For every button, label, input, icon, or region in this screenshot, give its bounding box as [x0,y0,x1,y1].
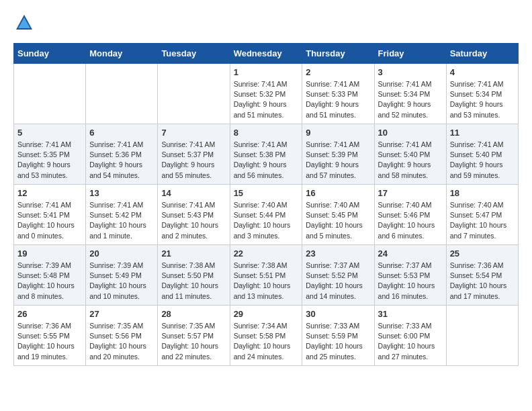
calendar-cell: 16Sunrise: 7:40 AMSunset: 5:45 PMDayligh… [302,185,374,245]
calendar-cell: 5Sunrise: 7:41 AMSunset: 5:35 PMDaylight… [14,124,86,185]
cell-text: Sunrise: 7:34 AMSunset: 5:58 PMDaylight:… [234,322,291,361]
logo-text [13,13,34,32]
weekday-header: Friday [374,44,446,64]
cell-text: Sunrise: 7:36 AMSunset: 5:55 PMDaylight:… [17,322,75,361]
cell-text: Sunrise: 7:38 AMSunset: 5:50 PMDaylight:… [161,261,218,300]
calendar-week-row: 5Sunrise: 7:41 AMSunset: 5:35 PMDaylight… [14,124,519,185]
calendar-cell: 4Sunrise: 7:41 AMSunset: 5:34 PMDaylight… [446,64,518,124]
weekday-header: Wednesday [230,44,302,64]
calendar-cell [14,64,86,124]
day-number: 27 [89,309,154,319]
cell-text: Sunrise: 7:40 AMSunset: 5:44 PMDaylight:… [234,201,291,240]
calendar-cell: 25Sunrise: 7:36 AMSunset: 5:54 PMDayligh… [446,245,518,306]
cell-text: Sunrise: 7:33 AMSunset: 6:00 PMDaylight:… [378,322,435,361]
calendar-cell: 24Sunrise: 7:37 AMSunset: 5:53 PMDayligh… [374,245,446,306]
calendar-cell: 2Sunrise: 7:41 AMSunset: 5:33 PMDaylight… [302,64,374,124]
logo [13,13,34,32]
day-number: 16 [306,188,370,198]
weekday-header: Tuesday [158,44,230,64]
day-number: 1 [234,67,299,77]
day-number: 22 [234,248,299,259]
calendar-cell: 12Sunrise: 7:41 AMSunset: 5:41 PMDayligh… [14,185,86,245]
cell-text: Sunrise: 7:33 AMSunset: 5:59 PMDaylight:… [306,322,363,361]
cell-text: Sunrise: 7:41 AMSunset: 5:34 PMDaylight:… [450,80,504,119]
cell-text: Sunrise: 7:41 AMSunset: 5:35 PMDaylight:… [17,140,71,179]
day-number: 9 [306,128,370,138]
cell-text: Sunrise: 7:41 AMSunset: 5:32 PMDaylight:… [234,80,287,119]
day-number: 29 [234,309,299,319]
cell-text: Sunrise: 7:40 AMSunset: 5:46 PMDaylight:… [378,201,435,240]
calendar-cell: 8Sunrise: 7:41 AMSunset: 5:38 PMDaylight… [230,124,302,185]
weekday-header: Monday [86,44,158,64]
day-number: 19 [17,248,82,259]
day-number: 7 [161,128,226,138]
cell-text: Sunrise: 7:41 AMSunset: 5:40 PMDaylight:… [378,140,432,179]
cell-text: Sunrise: 7:41 AMSunset: 5:42 PMDaylight:… [89,201,146,240]
calendar-cell: 9Sunrise: 7:41 AMSunset: 5:39 PMDaylight… [302,124,374,185]
day-number: 8 [234,128,299,138]
cell-text: Sunrise: 7:41 AMSunset: 5:41 PMDaylight:… [17,201,75,240]
day-number: 25 [450,248,515,259]
day-number: 28 [161,309,226,319]
day-number: 4 [450,67,515,77]
weekday-header: Thursday [302,44,374,64]
calendar-cell: 22Sunrise: 7:38 AMSunset: 5:51 PMDayligh… [230,245,302,306]
calendar-cell: 21Sunrise: 7:38 AMSunset: 5:50 PMDayligh… [158,245,230,306]
cell-text: Sunrise: 7:41 AMSunset: 5:33 PMDaylight:… [306,80,359,119]
calendar-week-row: 1Sunrise: 7:41 AMSunset: 5:32 PMDaylight… [14,64,519,124]
calendar-cell [158,64,230,124]
calendar-cell: 7Sunrise: 7:41 AMSunset: 5:37 PMDaylight… [158,124,230,185]
calendar-cell: 1Sunrise: 7:41 AMSunset: 5:32 PMDaylight… [230,64,302,124]
calendar-cell: 26Sunrise: 7:36 AMSunset: 5:55 PMDayligh… [14,306,86,366]
calendar-cell: 19Sunrise: 7:39 AMSunset: 5:48 PMDayligh… [14,245,86,306]
calendar-cell [86,64,158,124]
cell-text: Sunrise: 7:35 AMSunset: 5:57 PMDaylight:… [161,322,218,361]
day-number: 5 [17,128,82,138]
day-number: 15 [234,188,299,198]
day-number: 14 [161,188,226,198]
day-number: 26 [17,309,82,319]
cell-text: Sunrise: 7:39 AMSunset: 5:49 PMDaylight:… [89,261,146,300]
calendar-cell: 23Sunrise: 7:37 AMSunset: 5:52 PMDayligh… [302,245,374,306]
calendar-cell: 31Sunrise: 7:33 AMSunset: 6:00 PMDayligh… [374,306,446,366]
day-number: 6 [89,128,154,138]
calendar-week-row: 19Sunrise: 7:39 AMSunset: 5:48 PMDayligh… [14,245,519,306]
weekday-header: Saturday [446,44,518,64]
calendar-cell: 10Sunrise: 7:41 AMSunset: 5:40 PMDayligh… [374,124,446,185]
day-number: 12 [17,188,82,198]
cell-text: Sunrise: 7:40 AMSunset: 5:47 PMDaylight:… [450,201,507,240]
calendar-cell: 17Sunrise: 7:40 AMSunset: 5:46 PMDayligh… [374,185,446,245]
cell-text: Sunrise: 7:38 AMSunset: 5:51 PMDaylight:… [234,261,291,300]
day-number: 31 [378,309,443,319]
calendar-table: SundayMondayTuesdayWednesdayThursdayFrid… [13,43,519,366]
calendar-cell: 11Sunrise: 7:41 AMSunset: 5:40 PMDayligh… [446,124,518,185]
calendar-cell: 14Sunrise: 7:41 AMSunset: 5:43 PMDayligh… [158,185,230,245]
cell-text: Sunrise: 7:35 AMSunset: 5:56 PMDaylight:… [89,322,146,361]
calendar-week-row: 26Sunrise: 7:36 AMSunset: 5:55 PMDayligh… [14,306,519,366]
cell-text: Sunrise: 7:36 AMSunset: 5:54 PMDaylight:… [450,261,507,300]
weekday-header-row: SundayMondayTuesdayWednesdayThursdayFrid… [14,44,519,64]
day-number: 10 [378,128,443,138]
day-number: 23 [306,248,370,259]
cell-text: Sunrise: 7:39 AMSunset: 5:48 PMDaylight:… [17,261,75,300]
cell-text: Sunrise: 7:41 AMSunset: 5:37 PMDaylight:… [161,140,215,179]
cell-text: Sunrise: 7:41 AMSunset: 5:34 PMDaylight:… [378,80,432,119]
cell-text: Sunrise: 7:41 AMSunset: 5:40 PMDaylight:… [450,140,504,179]
logo-icon [15,13,34,32]
cell-text: Sunrise: 7:37 AMSunset: 5:52 PMDaylight:… [306,261,363,300]
day-number: 24 [378,248,443,259]
calendar-cell: 27Sunrise: 7:35 AMSunset: 5:56 PMDayligh… [86,306,158,366]
calendar-cell: 18Sunrise: 7:40 AMSunset: 5:47 PMDayligh… [446,185,518,245]
calendar-cell: 28Sunrise: 7:35 AMSunset: 5:57 PMDayligh… [158,306,230,366]
calendar-cell [446,306,518,366]
calendar-cell: 15Sunrise: 7:40 AMSunset: 5:44 PMDayligh… [230,185,302,245]
page-header [13,13,519,32]
weekday-header: Sunday [14,44,86,64]
calendar-cell: 30Sunrise: 7:33 AMSunset: 5:59 PMDayligh… [302,306,374,366]
cell-text: Sunrise: 7:37 AMSunset: 5:53 PMDaylight:… [378,261,435,300]
day-number: 21 [161,248,226,259]
cell-text: Sunrise: 7:41 AMSunset: 5:39 PMDaylight:… [306,140,359,179]
calendar-cell: 29Sunrise: 7:34 AMSunset: 5:58 PMDayligh… [230,306,302,366]
day-number: 13 [89,188,154,198]
day-number: 17 [378,188,443,198]
